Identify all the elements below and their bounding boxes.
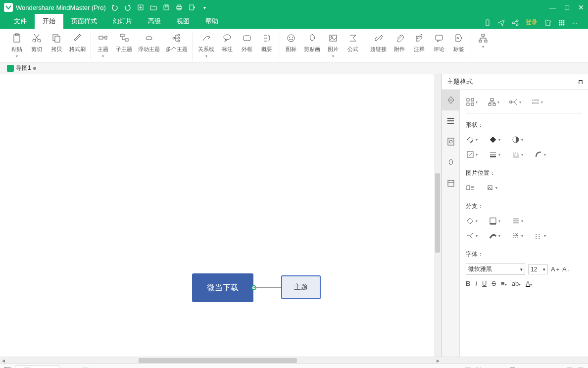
sp-tab-outline[interactable]	[442, 110, 459, 131]
image-left-button[interactable]	[466, 183, 475, 192]
copy-button[interactable]: 拷贝	[47, 32, 66, 54]
share-icon[interactable]	[512, 19, 519, 26]
collapse-ribbon-icon[interactable]: ︿	[572, 18, 578, 27]
border-width-button[interactable]: ▾	[489, 150, 500, 159]
svg-rect-4	[178, 5, 181, 6]
floating-topic-button[interactable]: 浮动主题	[135, 32, 163, 54]
italic-button[interactable]: I	[475, 280, 477, 287]
scroll-right-icon[interactable]: ▸	[435, 357, 441, 364]
qat-dropdown-icon[interactable]: ▾	[201, 3, 209, 11]
align-button[interactable]: ≡▾	[501, 280, 507, 287]
layout-grid-button[interactable]: ▾	[466, 98, 478, 106]
branch-width-button[interactable]: ▾	[511, 216, 523, 225]
menu-start[interactable]: 开始	[35, 14, 63, 29]
clipart-button[interactable]: 剪贴画	[301, 32, 323, 54]
highlight-button[interactable]: ab▾	[512, 280, 521, 287]
font-color-button[interactable]: A▾	[526, 280, 532, 287]
sub-topic-node[interactable]: 主题	[281, 275, 321, 299]
format-painter-button[interactable]: 格式刷	[66, 32, 89, 54]
comment-button[interactable]: 评论	[429, 32, 449, 54]
main-topic-node[interactable]: 微当下载	[192, 273, 253, 302]
svg-point-18	[561, 24, 563, 25]
shadow-button[interactable]: ▾	[511, 135, 523, 144]
menu-help[interactable]: 帮助	[197, 14, 226, 29]
picture-button[interactable]: 图片▾	[323, 32, 343, 59]
border-dash-button[interactable]: ▾	[511, 150, 523, 159]
branch-dash-button[interactable]: ▾	[534, 231, 546, 240]
font-decrease-button[interactable]: A-	[562, 265, 569, 273]
multiple-topic-button[interactable]: 多个主题	[163, 32, 191, 54]
pin-icon[interactable]: ⊓	[578, 78, 583, 86]
print-icon[interactable]	[175, 3, 183, 11]
branch-color-button[interactable]: ▾	[489, 216, 500, 225]
add-page-button[interactable]: +	[63, 366, 68, 368]
summary-button[interactable]: 概要	[257, 32, 277, 54]
login-link[interactable]: 登录	[526, 18, 538, 27]
svg-rect-27	[105, 36, 107, 39]
sp-tab-task[interactable]	[442, 173, 459, 194]
menu-advanced[interactable]: 高级	[140, 14, 169, 29]
sp-tab-icons[interactable]	[442, 152, 459, 173]
sp-tab-style[interactable]	[442, 90, 459, 110]
menu-view[interactable]: 视图	[169, 14, 197, 29]
shape-type-button[interactable]: ▾	[489, 135, 500, 144]
cut-button[interactable]: 剪切	[27, 32, 47, 54]
apps-icon[interactable]	[558, 19, 565, 26]
formula-button[interactable]: 公式	[343, 32, 363, 54]
corner-button[interactable]: ▾	[534, 150, 546, 159]
save-icon[interactable]	[162, 3, 170, 11]
attachment-button[interactable]: 附件	[390, 32, 409, 54]
horizontal-scrollbar[interactable]: ◂ ▸	[0, 357, 588, 364]
layout-button[interactable]: ▾	[473, 32, 493, 50]
page-selector[interactable]: 页面-1▾	[15, 366, 59, 368]
send-icon[interactable]	[498, 19, 505, 26]
border-color-button[interactable]: ▾	[466, 150, 478, 159]
branch-section-label: 分支：	[466, 202, 582, 210]
svg-point-39	[292, 37, 293, 38]
maximize-button[interactable]: □	[565, 3, 569, 11]
open-icon[interactable]	[149, 3, 157, 11]
undo-icon[interactable]	[111, 3, 119, 11]
hyperlink-button[interactable]: 超链接	[367, 32, 390, 54]
shirt-icon[interactable]	[544, 19, 551, 26]
menu-file[interactable]: 文件	[6, 14, 35, 29]
image-pos-button[interactable]: ▾	[486, 183, 497, 192]
boundary-button[interactable]: 外框	[237, 32, 257, 54]
layout-tree-button[interactable]: ▾	[488, 98, 499, 106]
phone-icon[interactable]	[484, 19, 491, 26]
active-page-label[interactable]: 页面-1	[72, 367, 99, 368]
font-increase-button[interactable]: A+	[551, 265, 559, 273]
fill-color-button[interactable]: ▾	[466, 135, 478, 144]
scroll-left-icon[interactable]: ◂	[0, 357, 7, 364]
minimize-button[interactable]: —	[549, 3, 556, 11]
bold-button[interactable]: B	[466, 280, 470, 287]
branch-fill-button[interactable]: ▾	[466, 216, 478, 225]
new-icon[interactable]	[137, 3, 145, 11]
font-size-select[interactable]: 12▾	[528, 264, 548, 274]
topic-button[interactable]: 主题▾	[93, 32, 113, 59]
vertical-scrollbar[interactable]	[434, 74, 441, 357]
icons-button[interactable]: 图标	[281, 32, 301, 54]
relation-button[interactable]: 关系线▾	[195, 32, 217, 59]
font-name-select[interactable]: 微软雅黑▾	[466, 263, 525, 275]
strike-button[interactable]: S	[491, 280, 496, 287]
layout-branch-button[interactable]: ▾	[509, 98, 521, 106]
branch-style-button[interactable]: ▾	[466, 231, 478, 240]
paste-button[interactable]: 粘贴▾	[7, 32, 27, 59]
menu-page-style[interactable]: 页面样式	[63, 14, 105, 29]
layout-number-button[interactable]: 12▾	[531, 98, 543, 106]
sp-tab-page[interactable]	[442, 131, 459, 152]
branch-curve-button[interactable]: ▾	[489, 231, 500, 240]
underline-button[interactable]: U	[482, 280, 487, 287]
close-button[interactable]: ✕	[578, 3, 584, 11]
subtopic-button[interactable]: 子主题	[113, 32, 135, 54]
callout-button[interactable]: 标注	[217, 32, 237, 54]
menu-slide[interactable]: 幻灯片	[105, 14, 140, 29]
branch-arrow-button[interactable]: ▾	[511, 231, 523, 240]
canvas-area[interactable]: 微当下载 主题	[0, 74, 441, 357]
note-button[interactable]: 注释	[409, 32, 429, 54]
redo-icon[interactable]	[124, 3, 132, 11]
document-tab[interactable]: 导图1	[3, 63, 40, 73]
export-icon[interactable]	[188, 3, 196, 11]
tag-button[interactable]: 标签	[449, 32, 469, 54]
